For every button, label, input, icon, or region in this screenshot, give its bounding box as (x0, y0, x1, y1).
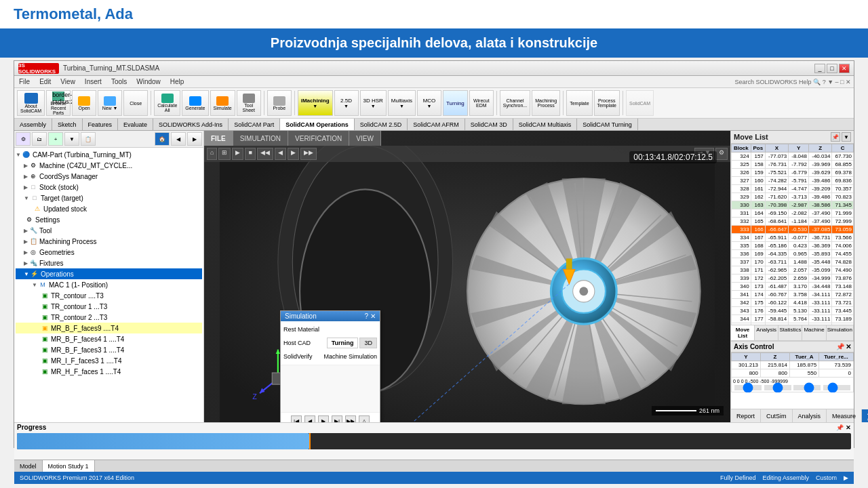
play-forward-step-button[interactable]: ▶| (332, 415, 342, 422)
movelist-row-14[interactable]: 338171-62.9652.057-35.09974.490 (732, 266, 854, 274)
rtab-simulation[interactable]: Simulation (827, 325, 854, 340)
menu-insert[interactable]: Insert (83, 78, 104, 85)
tree-coordsys[interactable]: ▶ ⊕ CoordSys Manager (16, 171, 202, 182)
movelist-row-16[interactable]: 340173-61.4873.170-34.44873.148 (732, 283, 854, 291)
statusbar-arrow[interactable]: ▶ (844, 474, 848, 481)
tree-stock[interactable]: ▶ □ Stock (stock) (16, 182, 202, 192)
sw-btab-model[interactable]: Model (14, 460, 43, 472)
vp-tab-file[interactable]: FILE (204, 131, 233, 146)
process-template-button[interactable]: ProcessTemplate (594, 90, 620, 116)
menu-edit[interactable]: Edit (37, 78, 53, 85)
simulate-button[interactable]: Simulate (210, 90, 235, 116)
movelist-row-9[interactable]: 333166-66.647-0.530-37.08573.059 (732, 226, 854, 234)
mco-button[interactable]: MCO▼ (417, 90, 441, 116)
tree-mr-hfaces[interactable]: ▣ MR_H_F_faces 1 ....T4 (16, 366, 202, 377)
vp-btn-zoom[interactable]: ⊞ (218, 148, 231, 160)
tree-machproc[interactable]: ▶ 📋 Machining Process (16, 236, 202, 247)
open-button[interactable]: Open (72, 90, 96, 116)
channel-sync-button[interactable]: ChannelSynchron... (500, 90, 530, 116)
movelist-row-19[interactable]: 343176-59.4455.130-33.11173.445 (732, 307, 854, 315)
vp-btn-play[interactable]: ▶ (232, 148, 243, 160)
tab-solidcam-afrm[interactable]: SolidCAM AFRM (408, 119, 465, 130)
tree-tr-contour[interactable]: ▣ TR_contour ....T3 (16, 290, 202, 301)
movelist-row-11[interactable]: 335168-65.1860.423-36.36974.006 (732, 242, 854, 250)
wirecut-edm-button[interactable]: WirecutEDM (469, 90, 494, 116)
movelist-row-5[interactable]: 329162-71.620-3.713-39.48670.823 (732, 193, 854, 201)
movelist-row-12[interactable]: 336169-64.3350.965-35.89374.455 (732, 250, 854, 258)
progress-bar[interactable] (17, 433, 851, 449)
movelist-row-13[interactable]: 337170-63.7111.488-35.44874.828 (732, 258, 854, 266)
vp-btn-stepfwd[interactable]: ▶ (288, 148, 299, 160)
2d5-button[interactable]: 2.5D▼ (334, 90, 359, 116)
vp-btn-home[interactable]: ⌂ (207, 148, 217, 160)
tree-geom[interactable]: ▶ ◎ Geometries (16, 247, 202, 258)
sw-nav-btn3[interactable]: ▶ (187, 132, 202, 146)
vp-btn-stepback[interactable]: ◀ (275, 148, 286, 160)
about-solidcam-button[interactable]: AboutSolidCAM (17, 90, 45, 116)
menu-window[interactable]: Window (134, 78, 163, 85)
vp-btn-settings[interactable]: ⚙ (715, 148, 728, 160)
movelist-row-6[interactable]: 330163-70.398-2.987-38.58671.345 (732, 201, 854, 209)
close-button[interactable]: ✕ (839, 64, 850, 73)
play-stop-button[interactable]: △ (359, 415, 370, 422)
tree-tr-contour1[interactable]: ▣ TR_contour 1 ...T3 (16, 301, 202, 312)
movelist-row-3[interactable]: 327160-74.282-5.791-39.48669.836 (732, 177, 854, 185)
browse-recent-button[interactable]: border-radius:2px;"> BrowseRecentParts (46, 90, 71, 116)
report-tab-report[interactable]: Report (731, 409, 761, 422)
tab-assembly[interactable]: Assembly (14, 119, 52, 130)
rtab-movelist[interactable]: Move List (731, 325, 755, 340)
tree-tr-contour2[interactable]: ▣ TR_contour 2 ...T3 (16, 312, 202, 323)
movelist-row-4[interactable]: 328161-72.944-4.747-39.20970.357 (732, 185, 854, 193)
menu-file[interactable]: File (17, 78, 32, 85)
vp-btn-stop[interactable]: ■ (245, 148, 255, 160)
rtab-analysis[interactable]: Analysis (755, 325, 778, 340)
template-button[interactable]: Template (566, 90, 592, 116)
report-tab-axiscontrol[interactable]: Axis Control (862, 409, 868, 422)
play-fwd-end-button[interactable]: ▶▶ (345, 415, 356, 422)
vp-btn-prev[interactable]: ◀◀ (257, 148, 273, 160)
move-list-dropdown-button[interactable]: ▼ (842, 132, 851, 142)
play-forward-button[interactable]: ▶ (318, 415, 329, 422)
tab-solidcam-3d[interactable]: SolidCAM 3D (465, 119, 513, 130)
minimize-button[interactable]: _ (814, 64, 825, 73)
report-tab-analysis[interactable]: Analysis (793, 409, 827, 422)
close-button-tb[interactable]: Close (123, 90, 148, 116)
movelist-scroll[interactable]: Block Pos X Y Z C 324157-77.073-8.048-40… (731, 144, 854, 325)
tree-operations[interactable]: ▼ ⚡ Operations (16, 268, 202, 279)
movelist-row-18[interactable]: 342175-60.1224.418-33.11173.721 (732, 299, 854, 307)
tree-mr-faces9[interactable]: ▣ MR_B_F_faces9 ....T4 (16, 323, 202, 333)
axis-slider-cell[interactable]: 0 0 0 0 -500 -500 -999999 (732, 378, 854, 392)
solidcam-gray-button[interactable]: SolidCAM (626, 90, 654, 116)
tab-solidcam-turning[interactable]: SolidCAM Turning (577, 119, 638, 130)
sw-btab-motion1[interactable]: Motion Study 1 (43, 460, 95, 472)
sw-nav-btn2[interactable]: ◀ (171, 132, 186, 146)
vp-tab-verification[interactable]: VERIFICATION (288, 131, 349, 146)
tab-sw-addins[interactable]: SOLIDWORKS Add-Ins (153, 119, 229, 130)
movelist-row-7[interactable]: 331164-69.150-2.082-37.49071.999 (732, 209, 854, 218)
menu-help[interactable]: Help (168, 78, 186, 85)
tab-features[interactable]: Features (83, 119, 119, 130)
axis-slider-2[interactable] (764, 385, 791, 390)
movelist-row-15[interactable]: 339172-62.2052.659-34.99973.876 (732, 274, 854, 283)
tree-tool[interactable]: ▶ 🔧 Tool (16, 225, 202, 236)
menu-view[interactable]: View (58, 78, 77, 85)
new-button[interactable]: New ▼ (98, 90, 122, 116)
vp-tab-view[interactable]: VIEW (349, 131, 381, 146)
calculate-all-button[interactable]: CalculateAll (154, 90, 180, 116)
tab-solidcam-multiaxis[interactable]: SolidCAM Multiaxis (513, 119, 578, 130)
report-tab-cutsim[interactable]: CutSim (761, 409, 793, 422)
movelist-row-1[interactable]: 325158-76.731-7.792-39.96968.855 (732, 161, 854, 169)
tab-evaluate[interactable]: Evaluate (118, 119, 153, 130)
lp-btn-2[interactable]: 🗂 (32, 132, 47, 146)
machining-process-button[interactable]: MachiningProcess (532, 90, 560, 116)
lp-btn-1[interactable]: ⚙ (16, 132, 31, 146)
sim-close-button[interactable]: ✕ (370, 312, 376, 320)
tool-sheet-button[interactable]: ToolSheet (237, 90, 261, 116)
report-tab-measure[interactable]: Measure (827, 409, 862, 422)
tree-mr-faces4[interactable]: ▣ MR_B_F_faces4 1 ....T4 (16, 333, 202, 344)
probe-button[interactable]: Probe (267, 90, 292, 116)
axis-close-button[interactable]: ✕ (846, 343, 851, 350)
viewport[interactable]: FILE SIMULATION VERIFICATION VIEW ⌂ ⊞ ▶ … (204, 131, 730, 422)
tree-updated-stock[interactable]: ⚠ Updated stock (16, 203, 202, 214)
tree-cam-part[interactable]: ▼ 🔵 CAM-Part (Turbina_Turning_MT) (16, 149, 202, 160)
